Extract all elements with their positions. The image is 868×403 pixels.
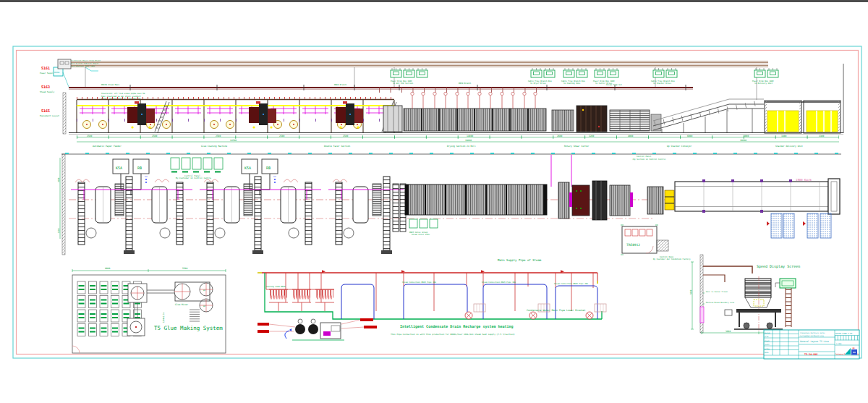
leader-line bbox=[63, 72, 69, 87]
dim-label: 24500 bbox=[230, 139, 237, 142]
recharge-tank-unit bbox=[258, 318, 377, 340]
power-bus-rail: Power Drop Box 380V to Wet End Section C… bbox=[58, 59, 778, 100]
elev-code-label: Power Supply bbox=[40, 72, 55, 75]
branch-label: Steam Connection DN25 Pipe 30m bbox=[482, 281, 516, 284]
display-panel bbox=[780, 279, 796, 288]
tb-row-label: Date bbox=[765, 352, 769, 354]
dim-label: 2500 bbox=[279, 135, 284, 137]
dim-label: 2500 bbox=[343, 135, 348, 137]
drum-valve-group: DN25 Valve Group Steam Inlet Side bbox=[409, 219, 438, 236]
machine-caption: Double Facer Section bbox=[324, 145, 350, 148]
elevation-view bbox=[69, 64, 843, 135]
glue-room-title: T5 Glue Making System bbox=[154, 325, 223, 331]
elev-code-label: Equipment Layout bbox=[40, 114, 59, 117]
plant-steam-box-label: DN150 bbox=[54, 72, 60, 74]
cad-canvas: Electrical Power From Plant Main Switch … bbox=[0, 0, 868, 403]
dim-label: 3300 bbox=[819, 135, 824, 137]
steam-piping-schematic: Main Supply Pipe of Steam Heating Comb D… bbox=[258, 258, 606, 340]
dim-label: 14000 bbox=[467, 135, 473, 137]
speed-screen-section: 5000 Speed Display Screen Wall to Center… bbox=[690, 255, 801, 334]
machine-caption: Glue Coating Machine bbox=[201, 145, 227, 148]
elevation-dimensions: 2500 2500 2500 2500 2500 14000 2600 3200… bbox=[77, 135, 839, 148]
wall-note: Wall to Center Travel bbox=[706, 291, 728, 293]
glue-room-plan: 9000 5500 bbox=[72, 267, 226, 354]
plan-unit bbox=[71, 159, 192, 254]
stairs bbox=[190, 310, 200, 321]
dim-label: 3000 bbox=[726, 330, 731, 333]
wall-section bbox=[63, 93, 66, 134]
pallet-area bbox=[820, 213, 831, 238]
title-block: Design Draw Check Audit Scale Date Chang… bbox=[764, 330, 860, 359]
door-arc bbox=[72, 346, 80, 353]
plan-unit bbox=[200, 159, 321, 254]
room-caption: By Customer Air Condition Factory bbox=[653, 258, 691, 260]
elev-code: 5163 bbox=[41, 85, 50, 89]
control-panel-cluster: Control Panel By Customer in Control Cen… bbox=[171, 158, 223, 179]
tb-row-label: Draw bbox=[765, 336, 769, 338]
steam-label: DN50 Branch bbox=[459, 82, 472, 85]
dim-label: 4000 bbox=[628, 135, 633, 137]
tb-company: Corrugated Cardboard Line bbox=[800, 335, 825, 337]
delivery-conveyor-plan: 1500 Kg/m bbox=[675, 178, 840, 215]
plan-view: 3000 1500 K5A RB K5A RB Control Panel By… bbox=[58, 153, 841, 260]
elev-code: 5161 bbox=[41, 66, 50, 70]
room-code: TRE8912 bbox=[626, 243, 640, 247]
machine-caption: Stacker Delivery Unit bbox=[775, 145, 803, 148]
plan-caption: (By Section in Control Centre) bbox=[632, 158, 666, 161]
dim-label: 2600 bbox=[557, 135, 562, 137]
jbox-caption: to Heating Zone bbox=[563, 82, 581, 85]
dryer-plan-drum bbox=[405, 184, 547, 215]
unit-box-label: K5A bbox=[244, 166, 251, 170]
steam-label: DN80 Branch bbox=[334, 84, 347, 86]
jbox-caption: to Wet End Section bbox=[393, 82, 414, 85]
tb-row-label: Check bbox=[765, 340, 770, 342]
plan-unit-partial bbox=[328, 177, 404, 254]
steam-label: Steam Trap Set bbox=[606, 84, 622, 86]
tank-label: W1 bbox=[203, 289, 206, 292]
dim-label: 2500 bbox=[152, 135, 157, 137]
dim-label: 2500 bbox=[87, 135, 92, 137]
schematic-bold-caption: Intelligent Condensate Drain Recharge sy… bbox=[400, 324, 514, 329]
panel-caption: By Customer in Control Centre bbox=[176, 177, 211, 179]
schematic-sub-caption: This Pipe Connection is with this produc… bbox=[391, 333, 515, 336]
dim-label: 5500 bbox=[182, 267, 187, 270]
machine-caption: Up Stacker Conveyor bbox=[667, 145, 692, 148]
jbox-caption: to Dryer Drive bbox=[530, 82, 546, 85]
tb-drawing-title: General Layout T5 Line bbox=[800, 340, 829, 343]
wall-note: Machine Noise Boundary Line bbox=[706, 302, 734, 304]
dim-label: 19800 bbox=[465, 139, 472, 142]
elev-code-label: Steam Supply bbox=[40, 90, 55, 93]
unit-box-label: RB bbox=[137, 166, 142, 170]
pallet-area bbox=[807, 213, 818, 238]
machine-caption: Rotary Shear Cutter bbox=[564, 145, 590, 148]
comb-label: Heating Comb DN20 bbox=[266, 286, 286, 288]
plan-wall bbox=[62, 154, 65, 255]
access-ladder bbox=[786, 288, 791, 327]
tb-drawing-number: WJ250-2306-T-01 bbox=[835, 333, 853, 335]
unit-box-label: RB bbox=[266, 166, 271, 170]
control-room-plan: TRE8912 Control Room By Customer Air Con… bbox=[621, 225, 691, 260]
tb-red-code: T5-2A-XXX bbox=[804, 353, 817, 356]
machine-caption: Automatic Paper Feeder bbox=[93, 145, 122, 148]
speed-screen-title: Speed Display Screen bbox=[757, 264, 800, 269]
schematic-top-caption: Main Supply Pipe of Steam bbox=[498, 258, 542, 262]
machine-caption: Drying Section 24 Roll bbox=[447, 145, 476, 148]
tb-scale: 1:200 bbox=[836, 343, 842, 345]
drum-caption: Steam Inlet Side bbox=[412, 234, 430, 236]
pallet-area bbox=[771, 213, 782, 238]
tb-row-label: Scale bbox=[765, 348, 770, 350]
conveyor-rate-label: 1500 Kg/m bbox=[796, 178, 812, 182]
elev-code: 5165 bbox=[41, 109, 50, 113]
tb-company: Changsheng Machinery Works bbox=[800, 332, 825, 334]
tb-row-label: Design bbox=[765, 332, 771, 334]
leader-line bbox=[85, 67, 98, 71]
left-margin-labels: Electrical Power From Plant Main Switch … bbox=[40, 60, 101, 134]
dim-label: 10600 bbox=[740, 139, 746, 142]
shaft-label: 1200x2.5m bbox=[163, 313, 165, 323]
incline-conveyor bbox=[653, 99, 764, 132]
tb-row-label: Audit bbox=[765, 344, 770, 346]
dim-label: 1500 bbox=[58, 228, 60, 233]
pallet-area bbox=[783, 213, 794, 238]
dim-label: 3200 bbox=[589, 135, 594, 137]
dim-label: 3000 bbox=[58, 177, 60, 182]
